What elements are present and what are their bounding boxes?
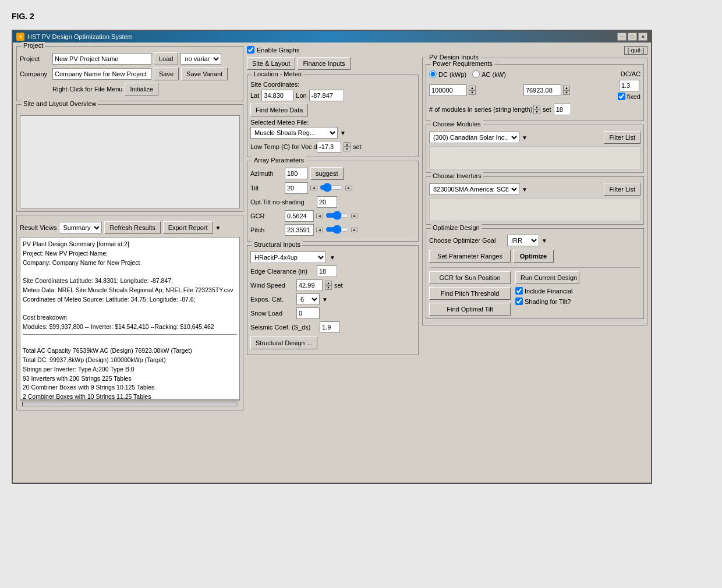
fixed-checkbox[interactable] bbox=[618, 93, 625, 100]
suggest-button[interactable]: suggest bbox=[310, 167, 344, 180]
gcr-up[interactable]: ◄ bbox=[316, 214, 323, 218]
finance-inputs-button[interactable]: Finance Inputs bbox=[298, 57, 350, 70]
result-line-8: Cost breakdown bbox=[23, 313, 237, 323]
seismic-input[interactable] bbox=[320, 321, 340, 333]
filter-list-button-2[interactable]: Filter List bbox=[604, 183, 640, 196]
window-title: HST PV Design Optimization System bbox=[27, 33, 133, 40]
lat-input[interactable] bbox=[261, 90, 293, 101]
result-views-label: Result Views bbox=[20, 224, 56, 231]
set-parameter-ranges-button[interactable]: Set Parameter Ranges bbox=[429, 250, 511, 263]
inverter-dropdown[interactable]: 823000SMA America: SC8... bbox=[429, 183, 519, 195]
result-line-2: Company: Company Name for New Project bbox=[23, 258, 237, 268]
project-name-input[interactable] bbox=[52, 53, 151, 65]
gcr-slider[interactable] bbox=[325, 211, 349, 220]
ac-value-input[interactable] bbox=[523, 84, 561, 96]
pitch-input[interactable] bbox=[285, 224, 314, 236]
result-line-7 bbox=[23, 304, 237, 313]
ac-radio[interactable] bbox=[472, 70, 480, 78]
dc-up[interactable]: ▲ bbox=[469, 86, 476, 90]
variants-dropdown[interactable]: no variants bbox=[180, 53, 221, 65]
dc-down[interactable]: ▼ bbox=[469, 90, 476, 95]
optimize-button[interactable]: Optimize bbox=[513, 250, 554, 263]
initialize-button[interactable]: Initialize bbox=[125, 83, 158, 95]
company-name-input[interactable] bbox=[52, 68, 151, 80]
export-report-button[interactable]: Export Report bbox=[163, 221, 213, 234]
dcac-value-input[interactable] bbox=[619, 80, 639, 91]
modules-up[interactable]: ▲ bbox=[533, 105, 540, 109]
save-button[interactable]: Save bbox=[154, 68, 179, 80]
site-panel-label: Site and Layout Overview bbox=[22, 100, 98, 107]
lon-label: Lon bbox=[296, 92, 306, 99]
load-button[interactable]: Load bbox=[154, 52, 178, 65]
filter-list-button-1[interactable]: Filter List bbox=[604, 131, 640, 144]
result-text-area: PV Plant Design Summary [format id:2] Pr… bbox=[20, 237, 240, 400]
modules-down[interactable]: ▼ bbox=[533, 109, 540, 114]
result-line-5: Meteo Data: NREL Site:Muscle Shoals Regi… bbox=[23, 286, 237, 295]
wind-up[interactable]: ▲ bbox=[325, 281, 332, 285]
shading-tilt-checkbox[interactable] bbox=[515, 297, 523, 305]
low-temp-input[interactable] bbox=[317, 141, 341, 153]
include-financial-checkbox[interactable] bbox=[515, 287, 523, 295]
find-meteo-button[interactable]: Find Meteo Data bbox=[250, 104, 308, 116]
edge-clearance-input[interactable] bbox=[317, 265, 337, 277]
result-line-11: Total AC Capacity 76539kW AC (Design) 76… bbox=[23, 346, 237, 356]
dc-value-input[interactable] bbox=[429, 84, 467, 96]
low-temp-up[interactable]: ▲ bbox=[344, 142, 351, 147]
power-req-panel: Power Requirements DC (kWp) AC (kW) bbox=[426, 64, 644, 121]
gcr-right[interactable]: ► bbox=[351, 214, 358, 218]
tilt-up[interactable]: ◄ bbox=[310, 186, 317, 190]
gcr-sun-position-button[interactable]: GCR for Sun Position bbox=[429, 271, 511, 284]
expos-cat-label: Expos. Cat. bbox=[250, 296, 294, 303]
opt-tilt-input[interactable] bbox=[317, 196, 337, 208]
enable-graphs-checkbox[interactable] bbox=[247, 46, 254, 54]
save-variant-button[interactable]: Save Variant bbox=[181, 68, 228, 80]
choose-modules-label: Choose Modules bbox=[431, 121, 483, 127]
title-bar: ☀ HST PV Design Optimization System ─ □ … bbox=[13, 31, 651, 42]
site-layout-button[interactable]: Site & Layout bbox=[247, 57, 295, 70]
lon-input[interactable] bbox=[309, 90, 344, 101]
module-dropdown[interactable]: (300) Canadian Solar Inc... bbox=[429, 132, 519, 143]
result-line-13: Strings per Inverter: Type A:200 Type B:… bbox=[23, 365, 237, 374]
snow-load-label: Snow Load bbox=[250, 310, 294, 317]
maximize-button[interactable]: □ bbox=[628, 33, 637, 41]
choose-inverters-label: Choose Inverters bbox=[431, 172, 483, 179]
close-button[interactable]: ✕ bbox=[638, 33, 647, 41]
pitch-right[interactable]: ► bbox=[351, 228, 358, 232]
find-optimal-tilt-button[interactable]: Find Optimal Tilt bbox=[429, 303, 511, 316]
pitch-up[interactable]: ◄ bbox=[316, 228, 323, 232]
optimizer-goal-dropdown[interactable]: IRR bbox=[507, 235, 539, 246]
minimize-button[interactable]: ─ bbox=[617, 33, 627, 41]
gcr-label: GCR bbox=[250, 212, 282, 219]
refresh-results-button[interactable]: Refresh Results bbox=[104, 221, 160, 234]
snow-load-input[interactable] bbox=[296, 307, 320, 319]
azimuth-input[interactable] bbox=[285, 168, 308, 179]
meteo-file-dropdown[interactable]: Muscle Shoals Reg... bbox=[250, 127, 338, 139]
pitch-label: Pitch bbox=[250, 226, 282, 233]
result-views-dropdown[interactable]: Summary bbox=[59, 222, 102, 233]
wind-speed-label: Wind Speed bbox=[250, 282, 294, 289]
ac-up[interactable]: ▲ bbox=[563, 86, 570, 90]
gcr-input[interactable] bbox=[285, 210, 314, 222]
wind-speed-input[interactable] bbox=[296, 279, 323, 291]
structural-design-button[interactable]: Structural Design ... bbox=[250, 336, 317, 349]
run-current-design-button[interactable]: Run Current Design bbox=[515, 271, 579, 284]
ac-down[interactable]: ▼ bbox=[563, 90, 570, 95]
pitch-slider[interactable] bbox=[325, 225, 349, 234]
quit-button[interactable]: [-quit-] bbox=[624, 46, 647, 55]
tilt-input[interactable] bbox=[285, 182, 308, 194]
tilt-right[interactable]: ► bbox=[345, 186, 352, 190]
rack-type-dropdown[interactable]: HRackP-4x4up bbox=[250, 252, 326, 263]
modules-series-label: # of modules in series (string length) bbox=[429, 106, 531, 113]
choose-inverters-panel: Choose Inverters 823000SMA America: SC8.… bbox=[426, 176, 644, 225]
result-views-panel: Result Views Summary Refresh Results Exp… bbox=[16, 215, 243, 410]
result-line-10 bbox=[23, 338, 237, 347]
find-pitch-threshold-button[interactable]: Find Pitch Threshold bbox=[429, 287, 511, 300]
dc-radio[interactable] bbox=[429, 70, 437, 78]
tilt-slider[interactable] bbox=[320, 183, 343, 192]
app-icon: ☀ bbox=[16, 33, 24, 41]
power-req-label: Power Requirements bbox=[431, 60, 494, 67]
expos-cat-dropdown[interactable]: 6 bbox=[296, 293, 320, 305]
wind-down[interactable]: ▼ bbox=[325, 285, 332, 290]
low-temp-down[interactable]: ▼ bbox=[344, 147, 351, 151]
modules-series-input[interactable] bbox=[554, 104, 571, 115]
